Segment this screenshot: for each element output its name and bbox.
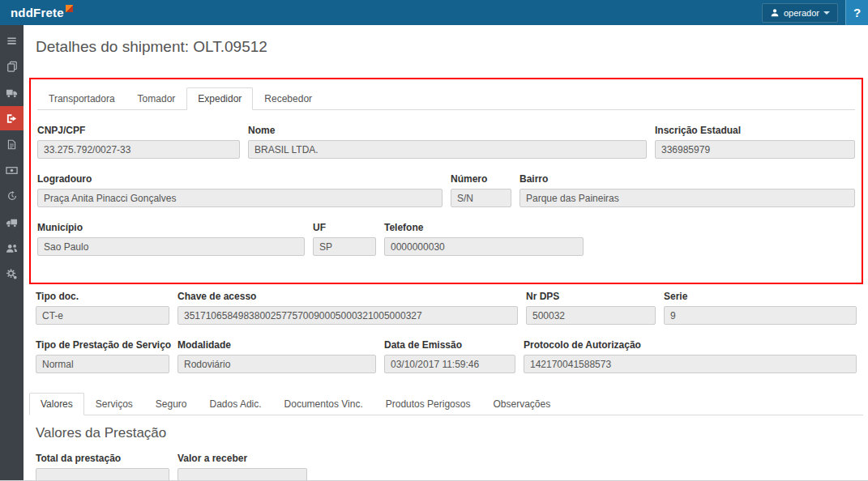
section-title: Valores da Prestação xyxy=(36,425,857,441)
field-label: Valor a receber xyxy=(177,453,307,464)
field-label: Logradouro xyxy=(37,173,443,185)
logradouro-input[interactable]: Praça Anita Pinacci Gonçalves xyxy=(37,189,443,207)
field-bairro: Bairro Parque das Paineiras xyxy=(520,173,855,207)
numero-input[interactable]: S/N xyxy=(451,189,511,207)
field-tipo-doc: Tipo doc. CT-e xyxy=(36,291,169,325)
field-label: CNPJ/CPF xyxy=(37,125,240,136)
total-prestacao-input[interactable] xyxy=(36,468,169,480)
field-label: UF xyxy=(313,222,376,233)
tab-observacoes[interactable]: Observações xyxy=(481,393,562,415)
topbar: nddFrete operador ? xyxy=(0,0,868,25)
protocolo-input[interactable]: 142170041588573 xyxy=(524,355,857,373)
sidebar-item-fleet[interactable] xyxy=(0,210,24,234)
nr-dps-input[interactable]: 500032 xyxy=(526,306,656,325)
field-label: Tipo doc. xyxy=(36,291,169,302)
field-label: Serie xyxy=(664,291,857,302)
users-icon xyxy=(6,242,18,254)
field-label: Bairro xyxy=(520,173,855,185)
brand-logo: nddFrete xyxy=(0,6,73,19)
cnpj-input[interactable]: 33.275.792/0027-33 xyxy=(37,140,240,159)
payment-icon xyxy=(6,164,18,177)
data-emissao-input[interactable]: 03/10/2017 11:59:46 xyxy=(384,355,515,373)
field-label: Nome xyxy=(248,125,647,136)
field-label: Data de Emissão xyxy=(384,339,515,351)
modalidade-input[interactable]: Rodoviário xyxy=(177,355,376,373)
field-uf: UF SP xyxy=(313,222,376,256)
tab-documentos-vinc[interactable]: Documentos Vinc. xyxy=(273,393,374,415)
field-label: Inscrição Estadual xyxy=(655,125,855,136)
sidebar-item-shipment-export[interactable] xyxy=(0,106,24,130)
chevron-down-icon xyxy=(823,11,830,15)
help-label: ? xyxy=(853,6,861,19)
telefone-input[interactable]: 0000000030 xyxy=(384,237,584,256)
help-button[interactable]: ? xyxy=(845,0,868,25)
copy-icon xyxy=(6,61,18,72)
field-label: Tipo de Prestação de Serviço xyxy=(36,339,169,351)
sidebar-item-copy[interactable] xyxy=(0,54,24,79)
field-protocolo: Protocolo de Autorização 142170041588573 xyxy=(524,339,857,373)
tab-servicos[interactable]: Serviços xyxy=(84,393,144,415)
tipo-prestacao-input[interactable]: Normal xyxy=(36,355,169,373)
tab-seguro[interactable]: Seguro xyxy=(144,393,199,415)
field-label: Modalidade xyxy=(177,339,376,351)
truck-icon xyxy=(6,87,18,99)
user-menu[interactable]: operador xyxy=(762,3,838,23)
field-telefone: Telefone 0000000030 xyxy=(384,222,584,256)
field-label: Chave de acesso xyxy=(177,291,518,302)
sidebar-item-documents[interactable] xyxy=(0,132,24,156)
sidebar xyxy=(0,25,24,480)
field-label: Número xyxy=(451,173,511,185)
field-tipo-prestacao: Tipo de Prestação de Serviço Normal xyxy=(36,339,169,373)
user-label: operador xyxy=(784,8,819,18)
field-label: Total da prestação xyxy=(36,453,169,464)
field-nome: Nome BRASIL LTDA. xyxy=(248,125,647,159)
app-window: nddFrete operador ? xyxy=(0,0,868,481)
main-content: Detalhes do shipment: OLT.09512 Transpor… xyxy=(24,25,868,480)
tab-produtos-perigosos[interactable]: Produtos Perigosos xyxy=(374,393,482,415)
sidebar-item-settings[interactable] xyxy=(0,262,24,286)
tab-valores[interactable]: Valores xyxy=(29,393,84,415)
settings-icon xyxy=(6,268,18,280)
inscricao-estadual-input[interactable]: 336985979 xyxy=(655,140,855,159)
sidebar-item-menu[interactable] xyxy=(0,28,24,53)
field-valor-receber: Valor a receber xyxy=(177,453,307,480)
field-label: Município xyxy=(37,222,305,233)
tipo-doc-input[interactable]: CT-e xyxy=(36,306,169,325)
sidebar-item-history[interactable] xyxy=(0,184,24,208)
field-numero: Número S/N xyxy=(451,173,511,207)
sidebar-item-shipments[interactable] xyxy=(0,80,24,104)
field-modalidade: Modalidade Rodoviário xyxy=(177,339,376,373)
detail-tabs: Valores Serviços Seguro Dados Adic. Docu… xyxy=(29,393,863,415)
field-label: Telefone xyxy=(384,222,584,233)
chave-acesso-input[interactable]: 3517106584983800257757009000500032100500… xyxy=(177,306,518,325)
tab-transportadora[interactable]: Transportadora xyxy=(37,87,126,109)
bairro-input[interactable]: Parque das Paineiras xyxy=(520,189,855,207)
history-icon xyxy=(6,190,18,202)
tab-expedidor[interactable]: Expedidor xyxy=(186,87,253,110)
field-serie: Serie 9 xyxy=(664,291,857,325)
uf-input[interactable]: SP xyxy=(313,237,376,256)
nome-input[interactable]: BRASIL LTDA. xyxy=(248,140,647,159)
field-cnpj: CNPJ/CPF 33.275.792/0027-33 xyxy=(37,125,240,159)
document-icon xyxy=(6,139,17,150)
field-total-prestacao: Total da prestação xyxy=(36,453,169,480)
municipio-input[interactable]: Sao Paulo xyxy=(37,237,305,256)
field-label: Protocolo de Autorização xyxy=(524,339,857,351)
menu-icon xyxy=(6,35,18,47)
field-nr-dps: Nr DPS 500032 xyxy=(526,291,656,325)
fleet-icon xyxy=(6,216,18,228)
brand-text: nddFrete xyxy=(11,6,64,19)
user-icon xyxy=(770,8,780,18)
serie-input[interactable]: 9 xyxy=(664,306,857,325)
sidebar-item-payments[interactable] xyxy=(0,158,24,182)
document-fields: Tipo doc. CT-e Chave de acesso 351710658… xyxy=(29,291,863,373)
topbar-right: operador ? xyxy=(762,0,868,25)
field-inscricao-estadual: Inscrição Estadual 336985979 xyxy=(655,125,855,159)
field-chave-acesso: Chave de acesso 351710658498380025775700… xyxy=(177,291,518,325)
tab-recebedor[interactable]: Recebedor xyxy=(253,87,323,109)
field-data-emissao: Data de Emissão 03/10/2017 11:59:46 xyxy=(384,339,515,373)
valor-receber-input[interactable] xyxy=(177,468,307,480)
tab-tomador[interactable]: Tomador xyxy=(126,87,187,109)
tab-dados-adic[interactable]: Dados Adic. xyxy=(199,393,273,415)
sidebar-item-users[interactable] xyxy=(0,236,24,260)
